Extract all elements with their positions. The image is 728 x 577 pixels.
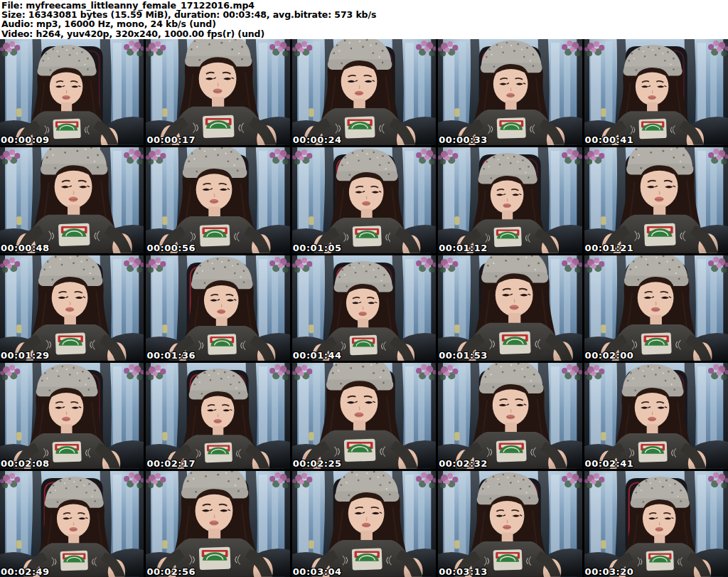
vignette bbox=[438, 363, 582, 469]
thumbnail-timestamp: 00:02:08 bbox=[1, 458, 50, 469]
video-info-line: Video: h264, yuv420p, 320x240, 1000.00 f… bbox=[1, 29, 728, 38]
video-thumbnail: 00:02:49 bbox=[0, 471, 144, 577]
thumbnail-timestamp: 00:02:17 bbox=[146, 458, 196, 469]
vignette bbox=[438, 147, 582, 253]
webcam-frame-illustration bbox=[0, 471, 144, 577]
webcam-frame-illustration bbox=[584, 39, 728, 145]
thumbnail-timestamp: 00:02:49 bbox=[1, 566, 50, 577]
vignette bbox=[438, 471, 582, 577]
webcam-frame-illustration bbox=[584, 471, 728, 577]
webcam-frame-illustration bbox=[146, 147, 289, 253]
video-thumbnail: 00:00:33 bbox=[438, 39, 582, 145]
vignette bbox=[584, 363, 728, 469]
vignette bbox=[438, 39, 582, 145]
webcam-frame-illustration bbox=[146, 363, 289, 469]
thumbnail-timestamp: 00:02:32 bbox=[439, 458, 488, 469]
vignette bbox=[146, 363, 289, 469]
thumbnail-timestamp: 00:00:33 bbox=[439, 134, 488, 145]
vignette bbox=[146, 39, 289, 145]
thumbnail-timestamp: 00:02:41 bbox=[585, 458, 634, 469]
vignette bbox=[0, 255, 144, 361]
webcam-frame-illustration bbox=[146, 255, 289, 361]
video-thumbnail: 00:01:12 bbox=[438, 147, 582, 253]
video-thumbnail: 00:01:53 bbox=[438, 255, 582, 361]
video-thumbnail: 00:01:21 bbox=[584, 147, 728, 253]
video-thumbnail: 00:00:24 bbox=[292, 39, 436, 145]
vignette bbox=[0, 147, 144, 253]
webcam-frame-illustration bbox=[0, 39, 144, 145]
video-thumbnail: 00:01:44 bbox=[292, 255, 436, 361]
vignette bbox=[292, 147, 436, 253]
vignette bbox=[292, 363, 436, 469]
webcam-frame-illustration bbox=[292, 471, 436, 577]
video-thumbnail: 00:00:09 bbox=[0, 39, 144, 145]
vignette bbox=[584, 39, 728, 145]
thumbnail-timestamp: 00:00:09 bbox=[1, 134, 50, 145]
vignette bbox=[146, 147, 289, 253]
webcam-frame-illustration bbox=[292, 39, 436, 145]
webcam-frame-illustration bbox=[292, 363, 436, 469]
video-thumbnail: 00:02:32 bbox=[438, 363, 582, 469]
video-thumbnail: 00:00:48 bbox=[0, 147, 144, 253]
vignette bbox=[0, 363, 144, 469]
webcam-frame-illustration bbox=[438, 147, 582, 253]
vignette bbox=[584, 471, 728, 577]
video-contact-sheet: File: myfreecams_littleanny_female_17122… bbox=[0, 0, 728, 577]
thumbnail-grid: 00:00:09 bbox=[0, 39, 728, 577]
thumbnail-timestamp: 00:00:48 bbox=[1, 243, 50, 253]
thumbnail-timestamp: 00:02:00 bbox=[585, 350, 634, 361]
thumbnail-timestamp: 00:02:25 bbox=[293, 458, 342, 469]
vignette bbox=[584, 147, 728, 253]
thumbnail-timestamp: 00:01:21 bbox=[585, 243, 634, 253]
webcam-frame-illustration bbox=[292, 147, 436, 253]
video-thumbnail: 00:01:36 bbox=[146, 255, 289, 361]
thumbnail-timestamp: 00:03:13 bbox=[439, 566, 488, 577]
vignette bbox=[584, 255, 728, 361]
thumbnail-timestamp: 00:00:41 bbox=[585, 134, 634, 145]
webcam-frame-illustration bbox=[438, 255, 582, 361]
video-thumbnail: 00:00:17 bbox=[146, 39, 289, 145]
thumbnail-timestamp: 00:01:29 bbox=[1, 350, 50, 361]
video-thumbnail: 00:02:17 bbox=[146, 363, 289, 469]
video-thumbnail: 00:03:13 bbox=[438, 471, 582, 577]
video-thumbnail: 00:00:41 bbox=[584, 39, 728, 145]
vignette bbox=[146, 471, 289, 577]
video-thumbnail: 00:03:20 bbox=[584, 471, 728, 577]
vignette bbox=[292, 471, 436, 577]
thumbnail-timestamp: 00:03:20 bbox=[585, 566, 634, 577]
webcam-frame-illustration bbox=[0, 147, 144, 253]
webcam-frame-illustration bbox=[146, 471, 289, 577]
thumbnail-timestamp: 00:01:44 bbox=[293, 350, 342, 361]
video-thumbnail: 00:02:25 bbox=[292, 363, 436, 469]
webcam-frame-illustration bbox=[146, 39, 289, 145]
file-info-header: File: myfreecams_littleanny_female_17122… bbox=[0, 0, 728, 39]
webcam-frame-illustration bbox=[584, 147, 728, 253]
video-thumbnail: 00:03:04 bbox=[292, 471, 436, 577]
thumbnail-timestamp: 00:00:24 bbox=[293, 134, 342, 145]
webcam-frame-illustration bbox=[0, 363, 144, 469]
video-thumbnail: 00:02:00 bbox=[584, 255, 728, 361]
video-thumbnail: 00:01:29 bbox=[0, 255, 144, 361]
webcam-frame-illustration bbox=[292, 255, 436, 361]
vignette bbox=[0, 39, 144, 145]
thumbnail-timestamp: 00:01:05 bbox=[293, 243, 342, 253]
webcam-frame-illustration bbox=[584, 255, 728, 361]
video-thumbnail: 00:01:05 bbox=[292, 147, 436, 253]
thumbnail-timestamp: 00:03:04 bbox=[293, 566, 342, 577]
vignette bbox=[292, 255, 436, 361]
thumbnail-timestamp: 00:00:56 bbox=[146, 243, 196, 253]
webcam-frame-illustration bbox=[584, 363, 728, 469]
thumbnail-timestamp: 00:01:53 bbox=[439, 350, 488, 361]
audio-info-line: Audio: mp3, 16000 Hz, mono, 24 kb/s (und… bbox=[1, 19, 728, 28]
vignette bbox=[146, 255, 289, 361]
thumbnail-timestamp: 00:02:56 bbox=[146, 566, 196, 577]
vignette bbox=[292, 39, 436, 145]
thumbnail-timestamp: 00:01:36 bbox=[146, 350, 196, 361]
webcam-frame-illustration bbox=[438, 39, 582, 145]
thumbnail-timestamp: 00:01:12 bbox=[439, 243, 488, 253]
webcam-frame-illustration bbox=[0, 255, 144, 361]
thumbnail-timestamp: 00:00:17 bbox=[146, 134, 196, 145]
video-thumbnail: 00:00:56 bbox=[146, 147, 289, 253]
webcam-frame-illustration bbox=[438, 471, 582, 577]
video-thumbnail: 00:02:08 bbox=[0, 363, 144, 469]
